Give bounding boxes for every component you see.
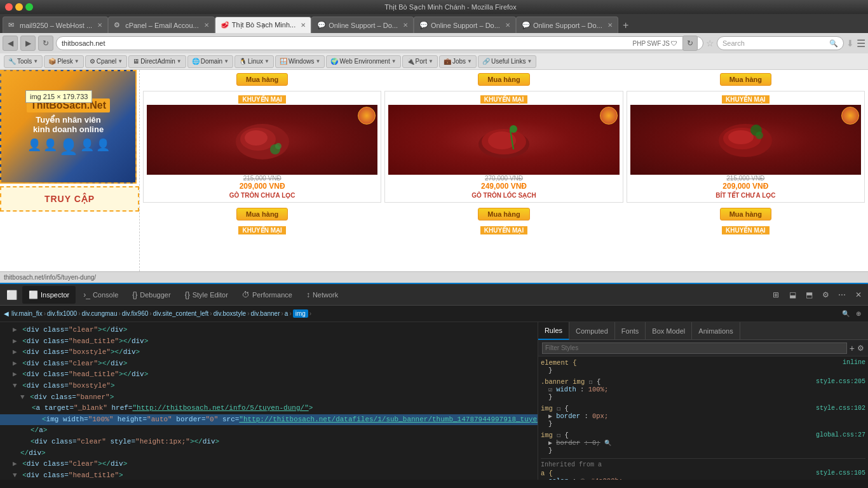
tab-close-thitbo[interactable]: ✕ [301,22,306,29]
window-controls[interactable] [5,3,33,11]
breadcrumb-target-icon[interactable]: ⊕ [853,308,864,320]
bookmark-port[interactable]: 🔌 Port ▼ [402,55,438,68]
bookmark-directadmin[interactable]: 🖥 DirectAdmin ▼ [128,55,186,68]
buy-button-4[interactable]: Mua hàng [236,208,288,220]
search-bar[interactable]: Search 🔍 [717,36,844,50]
maximize-button[interactable] [25,3,33,11]
rule-checkbox-img-global[interactable]: ☐ [557,432,560,439]
refresh-url-button[interactable]: ↻ [682,36,698,51]
tab-performance[interactable]: ⏱ Performance [236,286,299,304]
tab-close-support1[interactable]: ✕ [403,22,408,29]
filter-styles-input[interactable] [542,342,847,354]
rule-source-img-102[interactable]: style.css:102 [816,405,865,412]
tab-thitbo[interactable]: 🥩 Thịt Bò Sạch Minh... ✕ [215,17,311,33]
reload-button[interactable]: ↻ [38,36,53,51]
rule-source-a[interactable]: style.css:105 [816,470,865,477]
styles-tab-boxmodel[interactable]: Box Model [646,322,692,340]
styles-tab-animations[interactable]: Animations [692,322,740,340]
styles-tab-computed[interactable]: Computed [569,322,615,340]
breadcrumb-divboxstyle[interactable]: div.boxstyle [214,310,247,317]
url-bar[interactable]: thitbosach.net PHP SWF JS 🛡 ↻ [56,36,703,50]
styles-content[interactable]: element { inline } .banner img ☐ { style… [538,356,868,480]
download-icon[interactable]: ⬇ [846,38,854,48]
tab-console[interactable]: ›_ Console [77,286,125,304]
performance-label: Performance [252,291,292,299]
breadcrumb-search-icon[interactable]: 🔍 [840,308,851,320]
bookmark-domain[interactable]: 🌐 Domain ▼ [187,55,233,68]
buy-button-2[interactable]: Mua hàng [478,73,529,86]
devtools-dock-icon[interactable]: ⬓ [785,288,799,302]
styles-tab-rules[interactable]: Rules [538,322,569,340]
bookmark-plesk[interactable]: 📦 Plesk ▼ [44,55,83,68]
tab-debugger[interactable]: {} Debugger [126,286,177,304]
tab-close-cpanel[interactable]: ✕ [204,22,209,29]
devtools-window-icon[interactable]: ⬒ [802,288,816,302]
rule-source-banner[interactable]: style.css:205 [816,378,865,385]
devtools-more-icon[interactable]: ⋯ [835,288,849,302]
tab-close-mail[interactable]: ✕ [97,22,102,29]
bookmark-jobs[interactable]: 💼 Jobs ▼ [439,55,477,68]
rule-source-img-global[interactable]: global.css:27 [816,431,865,438]
devtools-settings-icon[interactable]: ⚙ [818,288,832,302]
inspector-label: Inspector [41,291,69,299]
new-tab-button[interactable]: + [618,18,634,33]
rule-source-element[interactable]: inline [843,359,865,366]
tab-label-thitbo: Thịt Bò Sạch Minh... [232,21,295,29]
bookmark-linux[interactable]: 🐧 Linux ▼ [234,55,274,68]
console-icon: ›_ [83,290,90,299]
html-line-6: ▼ <div class="boxstyle"> [0,381,538,392]
tab-network[interactable]: ↕ Network [300,286,344,304]
breadcrumb-divcungmau[interactable]: div.cungmau [81,310,117,317]
styles-tab-fonts[interactable]: Fonts [615,322,646,340]
breadcrumb-img[interactable]: img [293,309,308,318]
buy-button-3[interactable]: Mua hàng [720,73,771,86]
rule-checkbox-img-102[interactable]: ☐ [557,405,560,412]
close-button[interactable] [5,3,13,11]
devtools-close-icon[interactable]: ✕ [851,288,865,302]
breadcrumb-sep-9: › [308,310,313,317]
breadcrumb-divbanner[interactable]: div.banner [251,310,280,317]
add-style-button[interactable]: + [850,343,855,353]
tab-inspector[interactable]: ⬜ Inspector [22,286,76,304]
breadcrumb-divfix[interactable]: div.fix1000 [47,310,77,317]
html-panel[interactable]: ▶ <div class="clear"></div> ▶ <div class… [0,322,538,480]
breadcrumb-item-0[interactable]: ◀ [4,310,9,317]
price-old-1: 215,000 VNĐ [147,175,377,182]
buy-button-6[interactable]: Mua hàng [720,208,771,220]
search-color-icon[interactable]: 🔍 [604,440,611,447]
menu-icon[interactable]: ☰ [857,37,865,50]
rule-selector-a: a { [541,470,553,477]
back-button[interactable]: ◀ [3,36,18,51]
breadcrumb-divsiteleft[interactable]: div.site_content_left [153,310,209,317]
style-settings-icon[interactable]: ⚙ [857,344,864,353]
forward-button[interactable]: ▶ [20,36,36,51]
bookmark-tools[interactable]: 🔧 Tools ▼ [4,55,43,68]
banner-image[interactable]: ThitBoSach.Net Tuyển nhân viên kinh doan… [0,70,137,184]
tab-cpanel[interactable]: ⚙ cPanel – Email Accou... ✕ [108,17,215,33]
html-line-10: </a> [0,425,538,437]
tab-style-editor[interactable]: {} Style Editor [179,286,234,304]
color-swatch[interactable] [580,478,585,480]
breadcrumb-divfix960[interactable]: div.fix960 [122,310,149,317]
status-bar: thitbosach.net/info/5/tuyen-dung/ [0,271,868,283]
tab-support2[interactable]: 💬 Online Support – Do... ✕ [414,17,516,33]
breadcrumb-sep-7: › [280,310,284,317]
minimize-button[interactable] [15,3,23,11]
bookmark-cpanel[interactable]: ⚙ Cpanel ▼ [85,55,128,68]
breadcrumb-livm[interactable]: liv.main_fix [11,310,43,317]
tab-close-support3[interactable]: ✕ [607,22,613,29]
bookmark-webenv[interactable]: 🌍 Web Environment ▼ [326,55,400,68]
tab-close-support2[interactable]: ✕ [505,22,510,29]
tab-support1[interactable]: 💬 Online Support – Do... ✕ [311,17,414,33]
buy-button-1[interactable]: Mua hàng [236,73,288,86]
tab-support3[interactable]: 💬 Online Support – Do... ✕ [516,17,618,33]
bookmark-windows[interactable]: 🪟 Windows ▼ [275,55,325,68]
bookmark-star-icon[interactable]: ☆ [706,38,714,48]
buy-button-5[interactable]: Mua hàng [478,208,529,220]
devtools-split-icon[interactable]: ⊞ [769,288,783,302]
tab-mail[interactable]: ✉ mail9250 – WebHost ... ✕ [3,17,108,33]
rule-checkbox-banner[interactable]: ☐ [589,379,593,386]
bookmark-usefullinks[interactable]: 🔗 Useful Links ▼ [478,55,536,68]
product-card-1: KHUYẾN MẠI 215,000 VNĐ 209,000 VNĐ GÒ TR… [143,91,381,203]
devtools-inspect-icon-btn[interactable]: ⬜ [3,286,21,304]
